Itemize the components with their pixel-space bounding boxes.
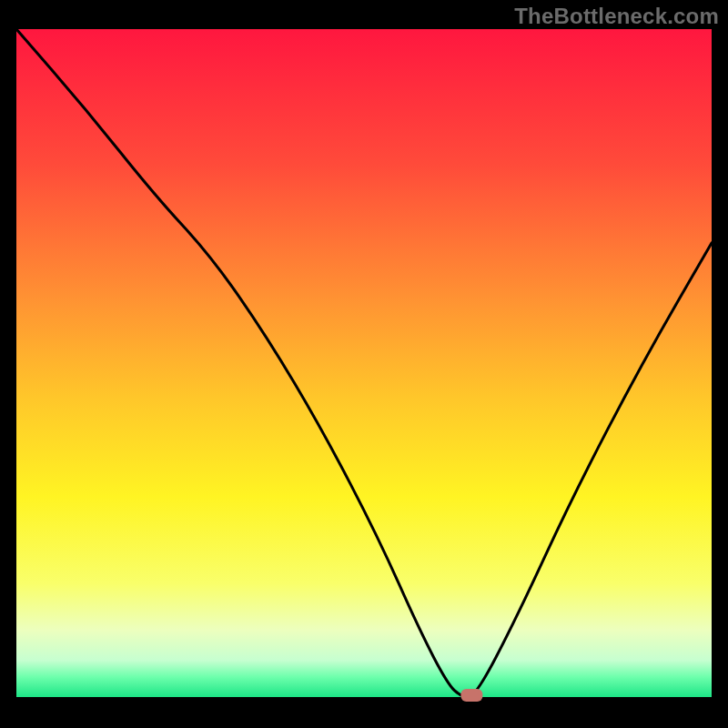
chart-frame: TheBottleneck.com xyxy=(0,0,728,728)
bottleneck-chart xyxy=(0,0,728,728)
gradient-background xyxy=(16,29,712,697)
optimal-marker xyxy=(460,689,482,702)
